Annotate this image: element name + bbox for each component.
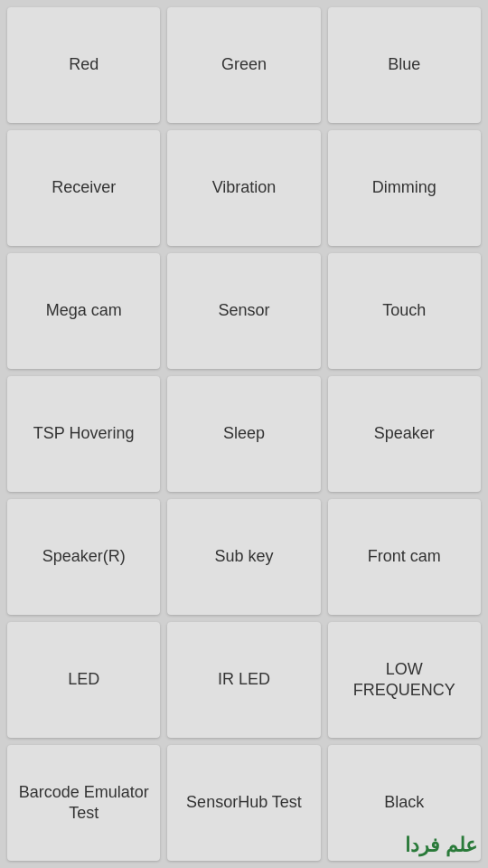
cell-label-black: Black — [384, 792, 424, 813]
cell-tsp-hovering[interactable]: TSP Hovering — [7, 376, 160, 492]
cell-sensorhub-test[interactable]: SensorHub Test — [167, 745, 320, 861]
cell-label-led: LED — [68, 669, 99, 690]
cell-label-sensor: Sensor — [218, 300, 269, 321]
cell-barcode-emulator-test[interactable]: Barcode Emulator Test — [7, 745, 160, 861]
main-grid: RedGreenBlueReceiverVibrationDimmingMega… — [0, 0, 488, 868]
cell-label-mega-cam: Mega cam — [46, 300, 122, 321]
cell-sleep[interactable]: Sleep — [167, 376, 320, 492]
cell-label-low-frequency: LOW FREQUENCY — [337, 659, 472, 702]
cell-label-red: Red — [69, 54, 99, 75]
cell-mega-cam[interactable]: Mega cam — [7, 253, 160, 369]
cell-label-touch: Touch — [382, 300, 426, 321]
cell-label-green: Green — [221, 54, 267, 75]
cell-low-frequency[interactable]: LOW FREQUENCY — [328, 622, 481, 738]
cell-receiver[interactable]: Receiver — [7, 130, 160, 246]
cell-red[interactable]: Red — [7, 7, 160, 123]
cell-sensor[interactable]: Sensor — [167, 253, 320, 369]
cell-label-blue: Blue — [388, 54, 420, 75]
cell-label-sub-key: Sub key — [214, 546, 273, 567]
cell-front-cam[interactable]: Front cam — [328, 499, 481, 615]
cell-label-speaker-r: Speaker(R) — [42, 546, 126, 567]
cell-label-speaker: Speaker — [374, 423, 435, 444]
cell-label-sensorhub-test: SensorHub Test — [186, 792, 302, 813]
cell-label-vibration: Vibration — [212, 177, 277, 198]
cell-speaker-r[interactable]: Speaker(R) — [7, 499, 160, 615]
cell-led[interactable]: LED — [7, 622, 160, 738]
cell-speaker[interactable]: Speaker — [328, 376, 481, 492]
watermark: علم فردا — [405, 834, 477, 857]
cell-label-tsp-hovering: TSP Hovering — [33, 423, 135, 444]
cell-green[interactable]: Green — [167, 7, 320, 123]
cell-label-barcode-emulator-test: Barcode Emulator Test — [16, 782, 151, 825]
cell-label-dimming: Dimming — [372, 177, 436, 198]
cell-blue[interactable]: Blue — [328, 7, 481, 123]
cell-label-sleep: Sleep — [223, 423, 265, 444]
cell-dimming[interactable]: Dimming — [328, 130, 481, 246]
cell-label-front-cam: Front cam — [368, 546, 441, 567]
cell-label-ir-led: IR LED — [218, 669, 270, 690]
cell-touch[interactable]: Touch — [328, 253, 481, 369]
cell-vibration[interactable]: Vibration — [167, 130, 320, 246]
cell-label-receiver: Receiver — [52, 177, 116, 198]
cell-sub-key[interactable]: Sub key — [167, 499, 320, 615]
cell-ir-led[interactable]: IR LED — [167, 622, 320, 738]
